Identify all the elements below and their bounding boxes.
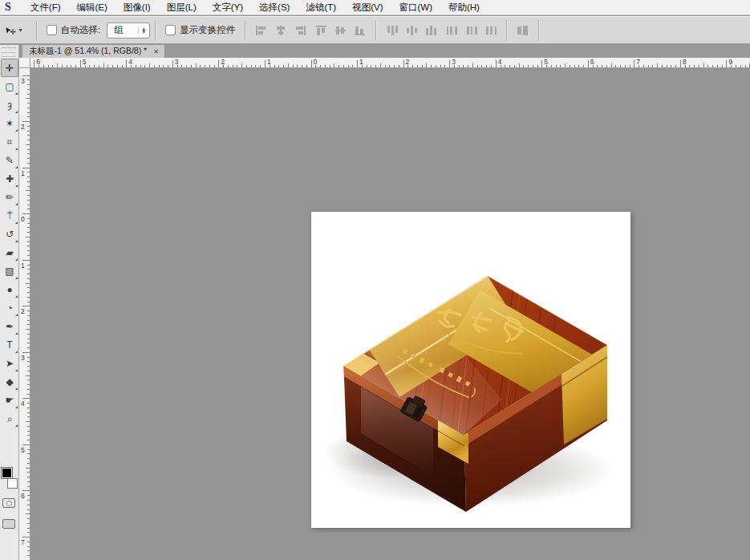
document-canvas[interactable] [311,212,630,528]
document-tab[interactable]: 未标题-1 @ 51.4% (1, RGB/8) * × [22,45,165,58]
rectangular-marquee-tool[interactable]: ▢ [1,77,18,95]
menu-item[interactable]: 窗口(W) [391,0,440,15]
divider [506,20,507,41]
stepper-arrows-icon: ▲▼ [138,27,146,34]
quick-selection-tool[interactable]: ✶ [1,114,18,132]
menu-item[interactable]: 图像(I) [116,0,159,15]
align-left-edges-button[interactable] [254,24,268,36]
auto-select-label: 自动选择: [61,24,100,36]
align-vertical-centers-button[interactable] [334,24,347,36]
color-swatches[interactable] [1,468,18,489]
screen-mode-button[interactable] [2,519,15,529]
align-buttons-area [250,20,544,41]
menu-items: 文件(F)编辑(E)图像(I)图层(L)文字(Y)选择(S)滤镜(T)视图(V)… [22,0,488,15]
divider [36,20,37,41]
show-transform-label: 显示变换控件 [180,24,235,36]
menu-item[interactable]: 视图(V) [344,0,391,15]
gradient-tool[interactable]: ▧ [1,262,18,280]
canvas-area[interactable] [30,68,750,560]
tools-panel: ✛▢ȝ✶⌗✎✚✏⍑↺▰▧●◔✒T➤◆☛⌕ [0,45,19,560]
move-tool[interactable]: ✛ [1,59,18,77]
quick-mask-button[interactable] [2,498,15,508]
app-logo: S [5,1,11,14]
background-color-swatch[interactable] [7,478,18,489]
eyedropper-tool[interactable]: ✎ [1,151,18,169]
align-right-edges-button[interactable] [293,24,306,36]
dodge-tool[interactable]: ◔ [1,298,18,317]
divider [155,20,156,41]
photoshop-window: S 文件(F)编辑(E)图像(I)图层(L)文字(Y)选择(S)滤镜(T)视图(… [0,0,750,560]
divider [538,20,539,41]
align-bottom-edges-button[interactable] [353,24,367,36]
menu-item[interactable]: 文件(F) [22,0,69,15]
menu-item[interactable]: 帮助(H) [440,0,488,15]
auto-select-target-dropdown[interactable]: 组 ▲▼ [107,22,150,39]
path-selection-tool[interactable]: ➤ [1,354,18,372]
blur-tool[interactable]: ● [1,280,18,298]
menu-item[interactable]: 编辑(E) [68,0,115,15]
distribute-right-edges-button[interactable] [484,24,497,36]
align-top-edges-button[interactable] [314,24,328,36]
auto-align-layers-button[interactable] [516,24,529,36]
shape-tool[interactable]: ◆ [1,372,18,391]
menu-bar: S 文件(F)编辑(E)图像(I)图层(L)文字(Y)选择(S)滤镜(T)视图(… [0,0,750,15]
distribute-horizontal-centers-button[interactable] [464,24,478,36]
horizontal-ruler[interactable]: 6543210123456789 [30,58,750,68]
dropdown-value: 组 [114,24,124,36]
menu-item[interactable]: 选择(S) [251,0,298,15]
panel-grip[interactable] [2,47,15,57]
wooden-box-photo [311,212,630,528]
document-tab-title: 未标题-1 @ 51.4% (1, RGB/8) * [29,46,147,57]
options-bar: ➤ ✛ ▼ 自动选择: 组 ▲▼ 显示变换控件 [0,16,750,44]
chevron-down-icon: ▼ [18,27,23,33]
distribute-vertical-centers-button[interactable] [404,24,418,36]
spot-healing-brush-tool[interactable]: ✚ [1,169,18,188]
distribute-left-edges-button[interactable] [445,24,459,36]
history-brush-tool[interactable]: ↺ [1,225,18,243]
hand-tool[interactable]: ☛ [1,391,18,409]
clone-stamp-tool[interactable]: ⍑ [1,206,18,225]
divider [375,20,376,41]
document-tab-bar: 未标题-1 @ 51.4% (1, RGB/8) * × [19,45,750,58]
crop-tool[interactable]: ⌗ [1,132,18,151]
distribute-top-edges-button[interactable] [385,24,399,36]
menu-item[interactable]: 图层(L) [159,0,205,15]
tool-list: ✛▢ȝ✶⌗✎✚✏⍑↺▰▧●◔✒T➤◆☛⌕ [0,59,18,428]
tab-close-icon[interactable]: × [153,47,158,55]
menu-item[interactable]: 滤镜(T) [298,0,344,15]
lasso-tool[interactable]: ȝ [1,95,18,114]
ruler-corner [19,58,30,68]
pen-tool[interactable]: ✒ [1,317,18,335]
align-horizontal-centers-button[interactable] [274,24,287,36]
auto-select-checkbox[interactable] [47,25,57,35]
brush-tool[interactable]: ✏ [1,188,18,206]
divider [245,20,245,41]
show-transform-checkbox[interactable] [165,25,176,35]
vertical-ruler[interactable]: 32101234567 [19,68,30,560]
distribute-bottom-edges-button[interactable] [424,24,437,36]
quick-mask-icon [6,501,12,506]
horizontal-type-tool[interactable]: T [1,335,18,354]
eraser-tool[interactable]: ▰ [1,243,18,262]
menu-item[interactable]: 文字(Y) [205,0,251,15]
foreground-color-swatch[interactable] [2,468,12,478]
zoom-tool[interactable]: ⌕ [1,409,18,428]
move-tool-preset[interactable]: ➤ ✛ ▼ [4,25,31,36]
